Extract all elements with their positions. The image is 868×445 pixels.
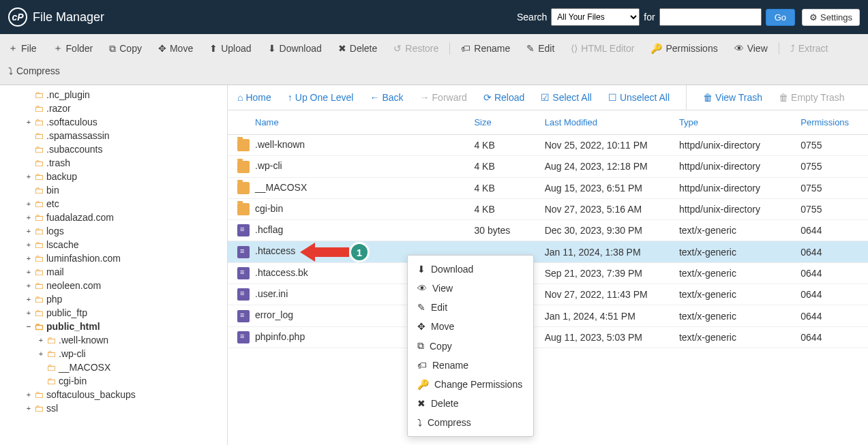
tree-label: softaculous_backups	[46, 389, 136, 400]
col-modified[interactable]: Last Modified	[535, 110, 670, 135]
ctx-edit[interactable]: ✎Edit	[408, 298, 533, 317]
folder-icon: 🗀	[34, 239, 44, 250]
file-perm: 0755	[791, 156, 868, 177]
ctx-view[interactable]: 👁View	[408, 279, 533, 298]
tree-item[interactable]: +🗀logs	[0, 224, 227, 238]
tree-item[interactable]: +🗀neoleen.com	[0, 279, 227, 292]
tree-item[interactable]: 🗀.razor	[0, 102, 227, 115]
file-type: text/x-generic	[670, 220, 791, 241]
table-row[interactable]: .hcflag30 bytesDec 30, 2023, 9:30 PMtext…	[228, 220, 868, 241]
ctx-rename[interactable]: 🏷Rename	[408, 356, 533, 375]
tree-item[interactable]: +🗀lscache	[0, 238, 227, 251]
file-modified: Jan 1, 2024, 4:51 PM	[535, 305, 670, 326]
settings-button[interactable]: ⚙ Settings	[802, 9, 860, 26]
back-button[interactable]: ←Back	[370, 92, 403, 103]
delete-button[interactable]: ✖Delete	[330, 37, 385, 60]
tree-item[interactable]: +🗀backup	[0, 170, 227, 183]
tree-item[interactable]: 🗀.nc_plugin	[0, 88, 227, 102]
tree-item[interactable]: 🗀.trash	[0, 156, 227, 170]
expand-icon[interactable]: +	[25, 268, 33, 276]
ctx-delete[interactable]: ✖Delete	[408, 394, 533, 413]
unselect-all-button[interactable]: ☐Unselect All	[608, 92, 670, 103]
tree-item[interactable]: +🗀public_ftp	[0, 306, 227, 320]
tree-item[interactable]: 🗀cgi-bin	[0, 374, 227, 388]
ctx-compress[interactable]: ⤵Compress	[408, 413, 533, 432]
ctx-copy[interactable]: ⧉Copy	[408, 336, 533, 356]
new-file-button[interactable]: ＋File	[0, 37, 45, 60]
expand-icon[interactable]: +	[25, 172, 33, 181]
tree-item[interactable]: 🗀.spamassassin	[0, 129, 227, 142]
search-scope-select[interactable]: All Your Files	[551, 8, 640, 26]
table-row[interactable]: .user.iniNov 27, 2022, 11:43 PMtext/x-ge…	[228, 284, 868, 305]
ctx-permissions[interactable]: 🔑Change Permissions	[408, 375, 533, 394]
tree-item[interactable]: +🗀fuadalazad.com	[0, 211, 227, 224]
table-row[interactable]: error_logJan 1, 2024, 4:51 PMtext/x-gene…	[228, 305, 868, 326]
edit-button[interactable]: ✎Edit	[518, 37, 563, 60]
expand-icon[interactable]: +	[25, 254, 33, 262]
tree-item[interactable]: +🗀php	[0, 292, 227, 306]
file-size: 4 KB	[464, 156, 535, 177]
tree-item[interactable]: +🗀mail	[0, 265, 227, 279]
copy-button[interactable]: ⧉Copy	[101, 37, 150, 60]
tree-item[interactable]: +🗀luminfashion.com	[0, 251, 227, 265]
tree-item[interactable]: +🗀.well-known	[0, 333, 227, 347]
expand-icon[interactable]: +	[25, 309, 33, 317]
table-row[interactable]: .well-known4 KBNov 25, 2022, 10:11 PMhtt…	[228, 135, 868, 156]
ctx-download[interactable]: ⬇Download	[408, 260, 533, 279]
expand-icon[interactable]: +	[25, 241, 33, 249]
expand-icon[interactable]: +	[25, 213, 33, 221]
col-type[interactable]: Type	[670, 110, 791, 135]
table-row[interactable]: .htaccessJan 11, 2024, 1:38 PMtext/x-gen…	[228, 241, 868, 262]
home-button[interactable]: ⌂Home	[237, 92, 271, 103]
tree-item[interactable]: +🗀ssl	[0, 401, 227, 415]
ctx-move[interactable]: ✥Move	[408, 317, 533, 336]
expand-icon[interactable]: +	[37, 350, 45, 358]
download-button[interactable]: ⬇Download	[260, 37, 330, 60]
up-level-button[interactable]: ↑Up One Level	[288, 92, 354, 103]
tree-item[interactable]: −🗀public_html	[0, 320, 227, 333]
table-row[interactable]: .wp-cli4 KBAug 24, 2023, 12:18 PMhttpd/u…	[228, 156, 868, 177]
tree-item[interactable]: +🗀softaculous_backups	[0, 388, 227, 401]
expand-icon[interactable]: +	[25, 390, 33, 399]
upload-button[interactable]: ⬆Upload	[201, 37, 259, 60]
select-all-button[interactable]: ☑Select All	[541, 92, 592, 103]
tree-label: fuadalazad.com	[46, 212, 114, 223]
tree-item[interactable]: +🗀.softaculous	[0, 115, 227, 129]
view-button[interactable]: 👁View	[726, 37, 776, 60]
table-row[interactable]: cgi-bin4 KBNov 27, 2023, 5:16 AMhttpd/un…	[228, 198, 868, 219]
folder-tree[interactable]: 🗀.nc_plugin🗀.razor+🗀.softaculous🗀.spamas…	[0, 85, 228, 445]
expand-icon[interactable]: +	[25, 227, 33, 235]
go-button[interactable]: Go	[766, 9, 795, 26]
rename-button[interactable]: 🏷Rename	[453, 37, 518, 60]
view-trash-button[interactable]: 🗑View Trash	[703, 92, 762, 103]
new-folder-button[interactable]: ＋Folder	[45, 37, 102, 60]
expand-icon[interactable]: −	[25, 322, 33, 331]
tree-item[interactable]: +🗀etc	[0, 197, 227, 211]
move-button[interactable]: ✥Move	[150, 37, 201, 60]
compress-button[interactable]: ⤵Compress	[0, 60, 68, 82]
expand-icon[interactable]: +	[25, 200, 33, 208]
tree-item[interactable]: 🗀.subaccounts	[0, 142, 227, 156]
expand-icon[interactable]: +	[37, 336, 45, 344]
tree-item[interactable]: 🗀__MACOSX	[0, 360, 227, 374]
permissions-button[interactable]: 🔑Permissions	[642, 37, 725, 60]
col-name[interactable]: Name	[228, 110, 464, 135]
table-row[interactable]: .htaccess.bkSep 21, 2023, 7:39 PMtext/x-…	[228, 262, 868, 283]
table-row[interactable]: __MACOSX4 KBAug 15, 2023, 6:51 PMhttpd/u…	[228, 177, 868, 198]
col-size[interactable]: Size	[464, 110, 535, 135]
back-icon: ←	[370, 92, 379, 103]
tree-item[interactable]: 🗀bin	[0, 183, 227, 197]
tree-item[interactable]: +🗀.wp-cli	[0, 347, 227, 360]
expand-icon[interactable]: +	[25, 281, 33, 290]
search-input[interactable]	[659, 8, 762, 26]
col-permissions[interactable]: Permissions	[791, 110, 868, 135]
file-modified: Nov 25, 2022, 10:11 PM	[535, 135, 670, 156]
file-name: .hcflag	[255, 224, 283, 235]
code-icon: ⟨⟩	[571, 43, 578, 54]
expand-icon[interactable]: +	[25, 118, 33, 126]
expand-icon[interactable]: +	[25, 404, 33, 412]
file-name: .user.ini	[255, 288, 288, 299]
table-row[interactable]: phpinfo.phpAug 11, 2023, 5:03 PMtext/x-g…	[228, 326, 868, 348]
expand-icon[interactable]: +	[25, 295, 33, 303]
reload-button[interactable]: ⟳Reload	[483, 92, 524, 103]
